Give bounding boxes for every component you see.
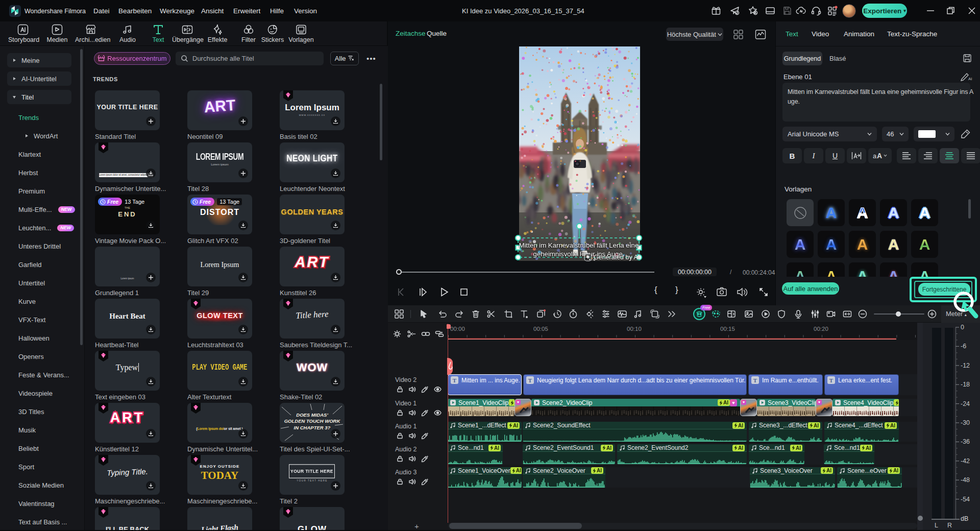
svg-text:AI: AI xyxy=(968,77,972,81)
svg-text:a: a xyxy=(873,152,877,160)
svg-text:A: A xyxy=(877,152,882,160)
